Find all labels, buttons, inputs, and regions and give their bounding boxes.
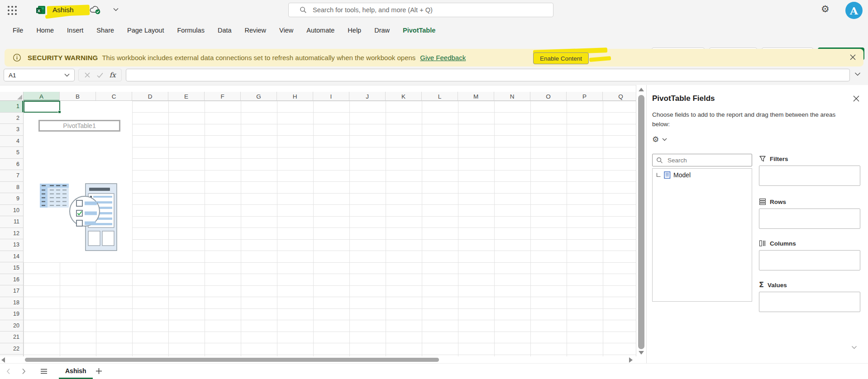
security-warning-message: This workbook includes external data con… bbox=[102, 54, 415, 62]
grid-cells[interactable]: PivotTable1 bbox=[24, 101, 636, 357]
insert-function-icon[interactable]: fx bbox=[110, 71, 116, 79]
ribbon-tab-page-layout[interactable]: Page Layout bbox=[127, 27, 164, 34]
row-header-18[interactable]: 18 bbox=[0, 297, 23, 309]
enable-content-button[interactable]: Enable Content bbox=[533, 52, 589, 64]
formula-input[interactable] bbox=[126, 69, 850, 81]
give-feedback-link[interactable]: Give Feedback bbox=[420, 54, 466, 62]
panel-close-icon[interactable] bbox=[853, 95, 860, 102]
ribbon-tab-data[interactable]: Data bbox=[218, 27, 232, 34]
search-input[interactable] bbox=[313, 6, 530, 14]
values-drop-zone[interactable] bbox=[759, 292, 860, 312]
next-sheet-icon[interactable] bbox=[22, 368, 26, 374]
filters-drop-zone[interactable] bbox=[759, 166, 860, 186]
svg-text:X: X bbox=[38, 8, 41, 13]
column-header-J[interactable]: J bbox=[349, 92, 386, 101]
panel-scroll-down-icon[interactable] bbox=[851, 346, 857, 349]
ribbon-tab-share[interactable]: Share bbox=[96, 27, 114, 34]
row-header-6[interactable]: 6 bbox=[0, 159, 23, 171]
field-item-model[interactable]: Model bbox=[653, 169, 752, 181]
row-header-3[interactable]: 3 bbox=[0, 124, 23, 136]
row-header-14[interactable]: 14 bbox=[0, 251, 23, 263]
row-header-22[interactable]: 22 bbox=[0, 343, 23, 355]
column-header-D[interactable]: D bbox=[132, 92, 168, 101]
column-header-C[interactable]: C bbox=[96, 92, 132, 101]
columns-drop-zone[interactable] bbox=[759, 250, 860, 270]
vertical-scrollbar-thumb[interactable] bbox=[638, 95, 644, 349]
global-search[interactable] bbox=[288, 3, 553, 17]
row-header-21[interactable]: 21 bbox=[0, 332, 23, 343]
scroll-down-arrow-icon[interactable] bbox=[639, 351, 644, 355]
row-header-19[interactable]: 19 bbox=[0, 308, 23, 320]
column-header-E[interactable]: E bbox=[168, 92, 205, 101]
row-header-12[interactable]: 12 bbox=[0, 228, 23, 240]
sheet-list-menu-icon[interactable] bbox=[40, 368, 48, 375]
row-header-13[interactable]: 13 bbox=[0, 239, 23, 251]
app-launcher-icon[interactable] bbox=[6, 5, 18, 16]
row-header-8[interactable]: 8 bbox=[0, 182, 23, 194]
scroll-left-arrow-icon[interactable] bbox=[1, 357, 5, 363]
fields-search-input[interactable] bbox=[668, 157, 744, 164]
column-header-O[interactable]: O bbox=[530, 92, 567, 101]
name-box-chevron-icon[interactable] bbox=[64, 73, 70, 77]
column-header-A[interactable]: A bbox=[24, 92, 60, 101]
row-header-10[interactable]: 10 bbox=[0, 205, 23, 217]
row-header-20[interactable]: 20 bbox=[0, 320, 23, 332]
column-header-H[interactable]: H bbox=[277, 92, 313, 101]
title-chevron-down-icon[interactable] bbox=[113, 8, 119, 11]
fields-search-box[interactable] bbox=[652, 154, 752, 166]
settings-gear-icon[interactable]: ⚙ bbox=[821, 4, 830, 14]
field-list-settings-button[interactable]: ⚙ bbox=[652, 135, 667, 144]
filters-area-label: Filters bbox=[759, 155, 860, 162]
ribbon-tab-pivottable[interactable]: PivotTable bbox=[403, 27, 435, 34]
row-header-11[interactable]: 11 bbox=[0, 216, 23, 228]
row-header-4[interactable]: 4 bbox=[0, 136, 23, 147]
column-header-L[interactable]: L bbox=[422, 92, 458, 101]
panel-title: PivotTable Fields bbox=[652, 94, 715, 103]
scroll-right-arrow-icon[interactable] bbox=[629, 357, 633, 363]
warning-close-icon[interactable] bbox=[849, 54, 856, 61]
tree-collapse-icon[interactable] bbox=[655, 173, 661, 178]
scroll-up-arrow-icon[interactable] bbox=[639, 88, 644, 91]
ribbon-tab-review[interactable]: Review bbox=[245, 27, 267, 34]
horizontal-scrollbar-thumb[interactable] bbox=[25, 358, 439, 362]
select-all-corner[interactable] bbox=[0, 92, 24, 101]
column-header-G[interactable]: G bbox=[241, 92, 277, 101]
ribbon-tab-view[interactable]: View bbox=[279, 27, 293, 34]
column-header-N[interactable]: N bbox=[494, 92, 530, 101]
name-box-value: A1 bbox=[9, 72, 16, 79]
column-header-F[interactable]: F bbox=[205, 92, 241, 101]
column-header-I[interactable]: I bbox=[313, 92, 349, 101]
row-header-15[interactable]: 15 bbox=[0, 262, 23, 274]
ribbon-tab-home[interactable]: Home bbox=[36, 27, 54, 34]
rows-drop-zone[interactable] bbox=[759, 208, 860, 229]
column-header-M[interactable]: M bbox=[458, 92, 494, 101]
row-header-5[interactable]: 5 bbox=[0, 147, 23, 159]
row-header-9[interactable]: 9 bbox=[0, 193, 23, 205]
previous-sheet-icon[interactable] bbox=[6, 368, 10, 374]
ribbon-tab-automate[interactable]: Automate bbox=[306, 27, 334, 34]
ribbon-tab-draw[interactable]: Draw bbox=[374, 27, 390, 34]
column-header-B[interactable]: B bbox=[60, 92, 96, 101]
fill-handle[interactable] bbox=[58, 110, 61, 114]
expand-formula-bar-icon[interactable] bbox=[854, 72, 861, 76]
row-header-1[interactable]: 1 bbox=[0, 101, 23, 113]
add-sheet-icon[interactable] bbox=[95, 367, 103, 375]
confirm-entry-icon[interactable] bbox=[96, 72, 104, 78]
sheet-tab-ashish[interactable]: Ashish bbox=[59, 364, 93, 379]
document-title-text[interactable]: Ashish bbox=[52, 6, 74, 14]
name-box[interactable]: A1 bbox=[4, 69, 75, 81]
column-header-Q[interactable]: Q bbox=[603, 92, 636, 101]
ribbon-tab-file[interactable]: File bbox=[13, 27, 23, 34]
row-header-2[interactable]: 2 bbox=[0, 113, 23, 124]
ribbon-tab-insert[interactable]: Insert bbox=[67, 27, 83, 34]
row-headers: 1234567891011121314151617181920212223 bbox=[0, 101, 24, 357]
row-header-17[interactable]: 17 bbox=[0, 285, 23, 297]
account-avatar[interactable]: A bbox=[845, 2, 863, 19]
column-header-P[interactable]: P bbox=[567, 92, 603, 101]
row-header-16[interactable]: 16 bbox=[0, 274, 23, 286]
ribbon-tab-formulas[interactable]: Formulas bbox=[177, 27, 204, 34]
cancel-entry-icon[interactable] bbox=[84, 72, 91, 78]
row-header-7[interactable]: 7 bbox=[0, 170, 23, 182]
column-header-K[interactable]: K bbox=[386, 92, 422, 101]
ribbon-tab-help[interactable]: Help bbox=[348, 27, 361, 34]
